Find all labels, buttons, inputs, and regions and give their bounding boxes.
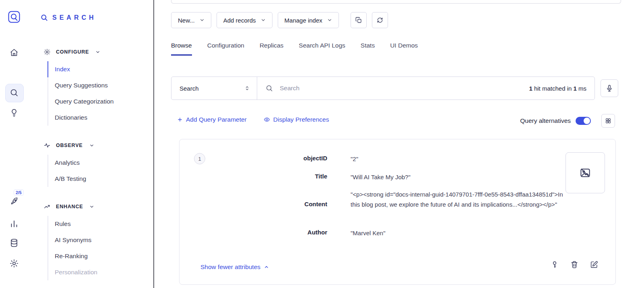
add-query-parameter-link[interactable]: Add Query Parameter [177, 116, 247, 123]
algolia-logo[interactable] [8, 10, 21, 23]
sidebar-group-configure: CONFIGURE Index Query Suggestions Query … [28, 48, 153, 126]
sidebar-item-dictionaries[interactable]: Dictionaries [47, 110, 153, 126]
microphone-icon [605, 84, 613, 92]
sidebar: SEARCH CONFIGURE Index Query Suggestions… [28, 0, 153, 288]
sidebar-item-personalization[interactable]: Personalization [47, 264, 153, 280]
sidebar-item-query-categorization[interactable]: Query Categorization [47, 93, 153, 110]
search-mode-value: Search [180, 85, 199, 92]
search-product-icon [40, 14, 48, 22]
chevron-down-icon [89, 143, 95, 148]
hits-status: 1 hit matched in 1 ms [529, 85, 586, 92]
search-icon [9, 88, 19, 97]
rocket-icon [9, 197, 19, 206]
tab-ui-demos[interactable]: UI Demos [390, 42, 418, 56]
chevron-down-icon [95, 49, 101, 55]
sidebar-items-observe: Analytics A/B Testing [47, 155, 153, 187]
add-records-button[interactable]: Add records [217, 12, 272, 28]
attribute-value: "Marvel Ken" [351, 228, 563, 238]
copy-icon [355, 17, 362, 24]
sidebar-section-enhance[interactable]: ENHANCE [28, 203, 153, 210]
attribute-name: Title [194, 172, 327, 181]
hits-time: 1 [573, 85, 576, 92]
grid-view-button[interactable] [601, 114, 615, 128]
sidebar-item-re-ranking[interactable]: Re-Ranking [47, 248, 153, 264]
tab-replicas[interactable]: Replicas [260, 42, 283, 56]
hit-card: 1 objectID "2" Title "Will AI Take My Jo… [179, 139, 616, 285]
display-preferences-link[interactable]: Display Preferences [264, 116, 329, 123]
activity-icon [43, 142, 51, 149]
tab-stats[interactable]: Stats [361, 42, 375, 56]
search-nav[interactable] [9, 88, 19, 97]
tab-configuration[interactable]: Configuration [207, 42, 244, 56]
edit-icon [590, 260, 599, 269]
search-bar: Search 1 hit matched in 1 ms [171, 77, 595, 100]
sidebar-group-enhance: ENHANCE Rules AI Synonyms Re-Ranking Per… [28, 203, 153, 280]
plus-icon [177, 117, 183, 122]
hits-time-unit: ms [577, 85, 586, 92]
add-records-label: Add records [223, 17, 256, 24]
sidebar-item-query-suggestions[interactable]: Query Suggestions [47, 77, 153, 93]
chevron-down-icon [200, 18, 204, 23]
sidebar-section-label: CONFIGURE [56, 49, 89, 56]
query-alternatives-label: Query alternatives [520, 117, 571, 124]
sidebar-item-rules[interactable]: Rules [47, 216, 153, 232]
hits-text: hit matched in [533, 85, 574, 92]
show-fewer-attributes-link[interactable]: Show fewer attributes [200, 263, 269, 271]
home-nav[interactable] [9, 48, 19, 57]
gear-icon [43, 48, 51, 56]
sort-arrows-icon [244, 85, 250, 91]
lightbulb-icon [9, 108, 19, 118]
sidebar-item-index[interactable]: Index [47, 61, 153, 77]
algolia-logo-icon [8, 10, 21, 23]
index-selector-peek[interactable] [171, 0, 621, 4]
sidebar-items-enhance: Rules AI Synonyms Re-Ranking Personaliza… [47, 216, 153, 280]
new-button[interactable]: New... [171, 12, 211, 28]
tab-search-api-logs[interactable]: Search API Logs [299, 42, 345, 56]
settings-nav[interactable] [9, 259, 19, 268]
attribute-name: objectID [194, 154, 327, 163]
image-off-icon [579, 167, 591, 179]
trending-up-icon [43, 203, 51, 210]
sidebar-section-label: ENHANCE [56, 203, 83, 210]
duplicate-index-button[interactable] [351, 12, 367, 28]
index-tabs: Browse Configuration Replicas Search API… [171, 42, 418, 56]
bar-chart-icon [9, 219, 19, 228]
add-query-parameter-label: Add Query Parameter [186, 116, 247, 123]
api-key-button[interactable] [550, 260, 559, 269]
manage-index-button[interactable]: Manage index [278, 12, 339, 28]
database-icon [9, 238, 19, 248]
edit-record-button[interactable] [590, 260, 599, 269]
onboarding-nav[interactable] [9, 197, 19, 206]
sidebar-section-configure[interactable]: CONFIGURE [28, 48, 153, 56]
attribute-value: "<p><strong id="docs-internal-guid-14079… [351, 189, 563, 209]
tab-browse[interactable]: Browse [171, 42, 192, 56]
sidebar-item-analytics[interactable]: Analytics [47, 155, 153, 171]
search-input-area: 1 hit matched in 1 ms [257, 77, 594, 99]
sidebar-item-ai-synonyms[interactable]: AI Synonyms [47, 232, 153, 248]
search-input[interactable] [279, 84, 523, 92]
index-toolbar: New... Add records Manage index [171, 12, 388, 28]
new-button-label: New... [178, 17, 195, 24]
toggle-knob [584, 118, 590, 124]
voice-search-button[interactable] [601, 79, 618, 97]
sidebar-section-observe[interactable]: OBSERVE [28, 142, 153, 149]
sidebar-items-configure: Index Query Suggestions Query Categoriza… [47, 61, 153, 126]
sidebar-group-observe: OBSERVE Analytics A/B Testing [28, 142, 153, 187]
app-rail: 2/5 [0, 0, 29, 288]
search-icon [265, 84, 273, 92]
search-mode-select[interactable]: Search [171, 77, 257, 99]
manage-index-label: Manage index [285, 17, 322, 24]
attribute-name: Content [194, 200, 327, 209]
delete-record-button[interactable] [570, 260, 579, 269]
attribute-value: "2" [351, 154, 563, 164]
algolia-dashboard: 2/5 SEARCH [0, 0, 644, 288]
analytics-nav[interactable] [9, 219, 19, 228]
data-nav[interactable] [9, 238, 19, 248]
recommend-nav[interactable] [9, 108, 19, 118]
chevron-up-icon [264, 264, 269, 270]
sidebar-item-ab-testing[interactable]: A/B Testing [47, 171, 153, 187]
chevron-down-icon [261, 18, 266, 23]
sidebar-section-label: OBSERVE [56, 142, 83, 149]
query-alternatives-toggle[interactable] [576, 117, 591, 125]
refresh-button[interactable] [372, 12, 388, 28]
